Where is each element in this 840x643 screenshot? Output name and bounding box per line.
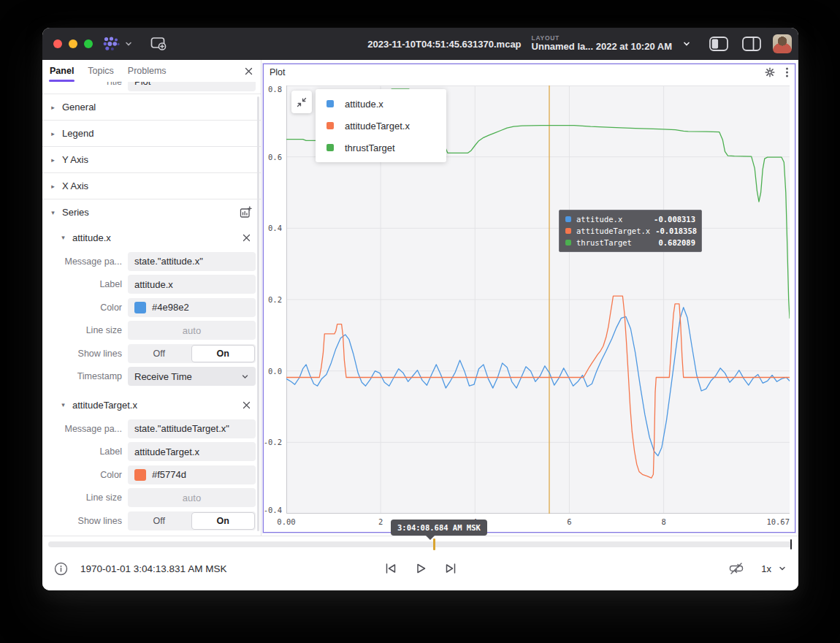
desktop-background: 2023-11-10T04:51:45.631370.mcap LAYOUT U… [0, 0, 840, 643]
tab-topics[interactable]: Topics [88, 66, 113, 76]
tooltip-series-value: 0.682089 [658, 238, 695, 247]
accordion-legend[interactable]: ▸ Legend [42, 121, 261, 146]
accordion-series[interactable]: ▾ Series [42, 199, 261, 225]
field-color: Color #4e98e2 [42, 296, 261, 319]
left-sidebar-toggle-icon[interactable] [709, 37, 728, 51]
show-lines-on-button[interactable]: On [191, 512, 256, 530]
hover-time-tooltip: 3:04:08.684 AM MSK [391, 520, 487, 536]
series-attitude-target-x-header[interactable]: ▾ attitudeTarget.x [42, 392, 261, 417]
main-area: Panel Topics Problems Title Plot [42, 60, 798, 536]
layout-chevron-icon[interactable] [681, 39, 692, 49]
accordion-series-label: Series [62, 207, 89, 218]
panel-menu-kebab-icon[interactable] [785, 66, 789, 78]
color-hex-value: #f5774d [152, 469, 186, 480]
playback-speed-value: 1x [761, 563, 771, 574]
accordion-y-axis[interactable]: ▸ Y Axis [42, 147, 261, 172]
y-tick-label: 0.8 [268, 85, 282, 94]
line-size-input[interactable]: auto [128, 321, 256, 340]
sidebar-scrollbar[interactable] [257, 96, 259, 531]
accordion-general-label: General [62, 102, 96, 113]
label-input[interactable]: attitude.x [128, 275, 256, 294]
show-lines-on-button[interactable]: On [191, 345, 256, 362]
legend-item-thrust-target[interactable]: thrustTarget [316, 137, 446, 159]
data-source-title[interactable]: 2023-11-10T04:51:45.631370.mcap [367, 39, 521, 50]
series-attitude-x-header[interactable]: ▾ attitude.x [42, 225, 261, 250]
legend-item-label: attitudeTarget.x [345, 121, 410, 132]
field-show-lines: Show lines Off On [42, 342, 261, 365]
y-tick-label: 0.4 [268, 224, 282, 232]
plot-legend: attitude.x attitudeTarget.x thrustTarget [316, 89, 446, 162]
play-button[interactable] [414, 562, 427, 575]
user-avatar[interactable] [773, 34, 792, 53]
layout-selector[interactable]: LAYOUT Unnamed la... 2022 at 10:20 AM [532, 35, 672, 53]
minimize-window-button[interactable] [69, 39, 77, 48]
show-lines-label: Show lines [42, 349, 128, 359]
seek-backward-button[interactable] [383, 562, 397, 575]
x-tick-label: 0.00 [277, 517, 295, 526]
label-label: Label [42, 279, 128, 289]
remove-series-icon[interactable] [242, 400, 251, 410]
title-field-input[interactable]: Plot [128, 82, 256, 91]
loop-off-icon[interactable] [729, 562, 744, 575]
panel-settings-gear-icon[interactable] [764, 66, 776, 78]
message-path-input[interactable]: state."attitude.x" [128, 252, 256, 271]
timeline-end-marker [790, 539, 793, 549]
x-tick-label: 8 [661, 517, 665, 526]
x-tick-label: 2 [378, 517, 383, 526]
label-label: Label [42, 446, 128, 457]
message-path-input[interactable]: state."attitudeTarget.x" [128, 419, 256, 438]
accordion-legend-label: Legend [62, 128, 93, 139]
sidebar-close-icon[interactable] [244, 66, 253, 76]
show-lines-off-button[interactable]: Off [128, 344, 191, 363]
remove-series-icon[interactable] [242, 233, 251, 243]
timestamp-label: Timestamp [42, 371, 128, 381]
field-color: Color #f5774d [42, 463, 261, 487]
series-color-swatch [565, 240, 571, 246]
titlebar: 2023-11-10T04:51:45.631370.mcap LAYOUT U… [42, 28, 798, 60]
label-input[interactable]: attitudeTarget.x [128, 442, 256, 461]
x-axis-ticks: 0.00246810.67 [286, 517, 790, 528]
line-size-input[interactable]: auto [128, 488, 256, 507]
field-timestamp: Timestamp Receive Time [42, 365, 261, 389]
x-tick-label: 6 [567, 517, 571, 526]
show-lines-off-button[interactable]: Off [128, 511, 191, 530]
close-window-button[interactable] [53, 39, 62, 48]
chevron-right-icon: ▸ [50, 130, 56, 137]
zoom-window-button[interactable] [84, 39, 93, 48]
app-menu-chevron-icon[interactable] [124, 39, 133, 48]
add-panel-button[interactable] [150, 37, 167, 51]
series-color-swatch [565, 216, 571, 222]
accordion-general[interactable]: ▸ General [42, 94, 261, 120]
timeline-scrubber[interactable] [48, 541, 793, 547]
timestamp-select[interactable]: Receive Time [128, 367, 256, 386]
seek-forward-button[interactable] [444, 562, 458, 575]
color-swatch[interactable] [134, 469, 146, 481]
foxglove-logo-icon[interactable] [102, 36, 121, 52]
color-input[interactable]: #f5774d [128, 465, 256, 484]
tooltip-series-value: -0.018358 [655, 227, 697, 235]
line-size-label: Line size [42, 492, 128, 503]
series-color-swatch [327, 144, 334, 151]
playback-speed-selector[interactable]: 1x [761, 563, 787, 574]
sidebar-scroll-area[interactable]: Title Plot ▸ General ▸ Legend [42, 82, 261, 536]
right-sidebar-toggle-icon[interactable] [742, 37, 761, 51]
add-series-icon[interactable] [240, 206, 252, 218]
accordion-x-axis[interactable]: ▸ X Axis [42, 173, 261, 199]
y-tick-label: 0.2 [268, 295, 282, 304]
tab-problems[interactable]: Problems [128, 66, 167, 76]
y-tick-label: 0.6 [268, 153, 282, 161]
panel-settings-sidebar: Panel Topics Problems Title Plot [42, 60, 261, 536]
title-field-label: Title [42, 82, 128, 87]
legend-item-attitude-target-x[interactable]: attitudeTarget.x [316, 115, 446, 137]
info-icon[interactable] [54, 562, 68, 576]
color-input[interactable]: #4e98e2 [128, 298, 256, 317]
hover-values-tooltip: attitude.x -0.008313 attitudeTarget.x -0… [559, 210, 702, 252]
tab-panel[interactable]: Panel [50, 66, 74, 76]
legend-collapse-button[interactable] [291, 91, 312, 113]
message-path-label: Message pa... [42, 424, 128, 434]
field-show-lines: Show lines Off On [42, 509, 261, 533]
traffic-lights [53, 39, 93, 48]
legend-item-attitude-x[interactable]: attitude.x [316, 93, 446, 115]
color-swatch[interactable] [134, 302, 146, 313]
tooltip-row: attitudeTarget.x -0.018358 [565, 225, 695, 237]
